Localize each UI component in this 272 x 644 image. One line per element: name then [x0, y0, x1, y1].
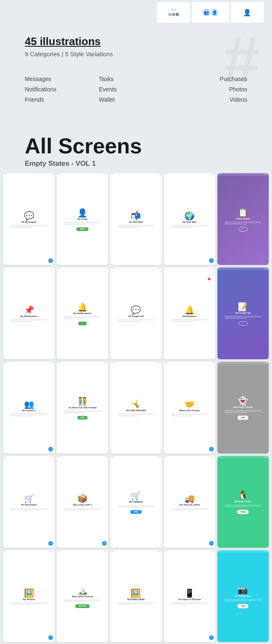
- illustrations-section: # 45 illustrations 9 Categories | 5 Styl…: [0, 23, 272, 66]
- screen-label-nothing-here-photos: NOTHING HERE: [127, 598, 145, 601]
- screen-card-nothing-here-photos: 9:41 🖼️NOTHING HERE: [110, 550, 162, 642]
- screen-card-add-some-friends: 9:41 👻Add Some FriendsAdd: [217, 362, 269, 453]
- screen-label-no-chats: No Chats: [78, 218, 88, 221]
- screen-card-better-with-friends: 9:41 🤝Better with Friends+: [164, 362, 215, 453]
- screen-card-all-caught-up-1: 9:41 💬All Caught Up!: [110, 267, 162, 359]
- screen-card-notifications-list: 9:41 🔔Notifications: [164, 267, 215, 359]
- screen-card-no-orders-1: 9:41 🛒NO ORDERSSAVE: [110, 456, 162, 548]
- screen-card-no-chats: 9:41 👤No ChatsSEND: [57, 173, 108, 265]
- screen-btn-all-caught-up-2[interactable]: —: [239, 321, 248, 326]
- screen-label-take-some-pictures: Take Some Pictures: [72, 595, 93, 598]
- screen-label-no-one-around: NO ONE AROUND: [126, 409, 146, 412]
- screen-card-no-pictures: 9:41 📱You have no Pictures+: [164, 550, 215, 642]
- screen-row-2: 9:41 👥No Friends :(+ 9:41 🧑‍🤝‍🧑It's More…: [0, 360, 272, 455]
- screen-label-no-notifications-1: No Notifications: [20, 315, 38, 318]
- illustrations-title: 45 illustrations: [25, 35, 247, 48]
- top-preview-area: Friends 👥 👤 👤: [0, 0, 272, 23]
- screen-card-no-friends-1: 9:41 👥No Friends :(+: [3, 362, 55, 453]
- preview-card-2: 👥 👤: [192, 2, 229, 23]
- screen-btn-add-some-friends[interactable]: Add: [237, 415, 248, 420]
- screen-card-no-one-around: 9:41 🤸NO ONE AROUND: [110, 362, 162, 453]
- screen-label-no-sent-mail: No Sent Mail: [183, 221, 196, 224]
- all-screens-section: All Screens Empty States - VOL 1: [0, 118, 272, 172]
- screen-label-more-fun-friends: It's More Fun with Friends: [69, 406, 97, 409]
- screen-label-no-messages: No Messages!: [21, 221, 37, 224]
- cat-col3: Purchases Photos Videos: [173, 74, 247, 105]
- screen-btn-no-notifications-2[interactable]: —: [78, 322, 87, 325]
- screen-card-no-messages: 9:41 💬No Messages!+: [3, 173, 55, 265]
- fab-btn-no-orders-2[interactable]: +: [209, 541, 214, 546]
- all-screens-title: All Screens: [25, 134, 247, 158]
- screens-container: 9:41 💬No Messages!+ 9:41 👤No ChatsSEND 9…: [0, 172, 272, 644]
- screen-label-notifications-list: Notifications: [183, 315, 196, 318]
- screen-label-all-caught-up-1: All Caught Up!: [128, 315, 144, 318]
- screen-btn-more-fun-friends[interactable]: ADD: [77, 416, 88, 420]
- cat-messages: Messages: [25, 74, 99, 84]
- screen-card-nothing-in-here: 9:41 🐧Nothing in HereShop: [217, 456, 269, 548]
- screen-btn-no-chats[interactable]: SEND: [76, 227, 88, 231]
- screen-label-no-friends-1: No Friends :(: [22, 409, 36, 412]
- screen-label-no-purchases-1: No Purchases!: [21, 503, 37, 506]
- cat-col2: Tasks Events Wallet: [99, 74, 173, 105]
- screen-card-all-caught-up-2: 9:41 📝All Caught Up!—: [217, 267, 269, 359]
- preview-card-1: Friends: [157, 2, 190, 23]
- notification-badge-notifications-list: [208, 278, 210, 280]
- categories-grid: Messages Notifications Friends Tasks Eve…: [0, 66, 272, 118]
- fab-btn-better-with-friends[interactable]: +: [209, 447, 214, 451]
- screen-card-starting-here: 9:41 📷it's Going HereAdd: [217, 550, 269, 642]
- screen-label-nothing-in-here: Nothing in Here: [234, 500, 251, 503]
- screen-row-4: 9:41 🖼️No Photos!+ 9:41 🏔️Take Some Pict…: [0, 549, 272, 643]
- cat-photos: Photos: [173, 84, 247, 95]
- cat-events: Events: [99, 84, 173, 95]
- screen-label-starting-here: it's Going Here: [235, 595, 251, 598]
- screen-btn-nothing-in-here[interactable]: Shop: [237, 510, 249, 514]
- cat-wallet: Wallet: [99, 95, 173, 105]
- screen-btn-no-orders-1[interactable]: SAVE: [130, 510, 142, 514]
- screen-row-3: 9:41 🛒No Purchases!+ 9:41 📦Buy some stuf…: [0, 455, 272, 549]
- screen-btn-take-some-pictures[interactable]: UPLOAD: [75, 604, 90, 608]
- screen-card-inbox-empty: 9:41 📋Inbox Empty—: [217, 173, 269, 265]
- screen-label-no-photos-1: No Photos!: [23, 598, 35, 601]
- screen-label-inbox-empty: Inbox Empty: [236, 217, 250, 220]
- cat-purchases: Purchases: [173, 74, 247, 84]
- screen-label-better-with-friends: Better with Friends: [179, 409, 200, 412]
- illustrations-subtitle: 9 Categories | 5 Style Variations: [25, 50, 247, 57]
- screen-card-more-fun-friends: 9:41 🧑‍🤝‍🧑It's More Fun with FriendsADD: [57, 362, 108, 453]
- preview-card-3: 👤: [231, 2, 264, 23]
- all-screens-subtitle: Empty States - VOL 1: [25, 160, 247, 168]
- screen-card-buy-some-stuff: 9:41 📦Buy some stuff ;)+: [57, 456, 108, 548]
- screen-card-no-orders-2: 9:41 🚚You have no orders+: [164, 456, 215, 548]
- screen-label-add-some-friends: Add Some Friends: [233, 406, 253, 409]
- screen-card-no-photos-1: 9:41 🖼️No Photos!+: [3, 550, 55, 642]
- cat-videos: Videos: [173, 95, 247, 105]
- screen-row-1: 9:41 📌No Notifications 9:41 🔔No Notifica…: [0, 266, 272, 360]
- cat-col1: Messages Notifications Friends: [25, 74, 99, 105]
- screen-card-no-notifications-1: 9:41 📌No Notifications: [3, 267, 55, 359]
- screen-label-buy-some-stuff: Buy some stuff ;): [73, 503, 92, 506]
- screen-card-no-purchases-1: 9:41 🛒No Purchases!+: [3, 456, 55, 548]
- cat-notifications: Notifications: [25, 84, 99, 95]
- screen-card-take-some-pictures: 9:41 🏔️Take Some PicturesUPLOAD: [57, 550, 108, 642]
- screen-card-no-notifications-2: 9:41 🔔No Notifications!—: [57, 267, 108, 359]
- screen-label-no-orders-2: You have no orders: [179, 503, 200, 506]
- cat-friends: Friends: [25, 95, 99, 105]
- cat-tasks: Tasks: [99, 74, 173, 84]
- screen-label-no-mail: No Sent Mail: [129, 221, 143, 224]
- screen-label-no-notifications-2: No Notifications!: [74, 312, 92, 315]
- screen-card-no-mail: 9:41 📬No Sent Mail: [110, 173, 162, 265]
- screen-label-no-orders-1: NO ORDERS: [129, 501, 143, 503]
- screen-row-0: 9:41 💬No Messages!+ 9:41 👤No ChatsSEND 9…: [0, 172, 272, 266]
- fab-btn-no-sent-mail[interactable]: +: [209, 258, 214, 263]
- screen-label-all-caught-up-2: All Caught Up!: [235, 312, 251, 315]
- screen-label-no-pictures: You have no Pictures: [178, 598, 201, 601]
- screen-card-no-sent-mail: 9:41 🌍No Sent Mail+: [164, 173, 215, 265]
- screen-btn-inbox-empty[interactable]: —: [239, 227, 248, 231]
- screen-btn-starting-here[interactable]: Add: [237, 604, 248, 608]
